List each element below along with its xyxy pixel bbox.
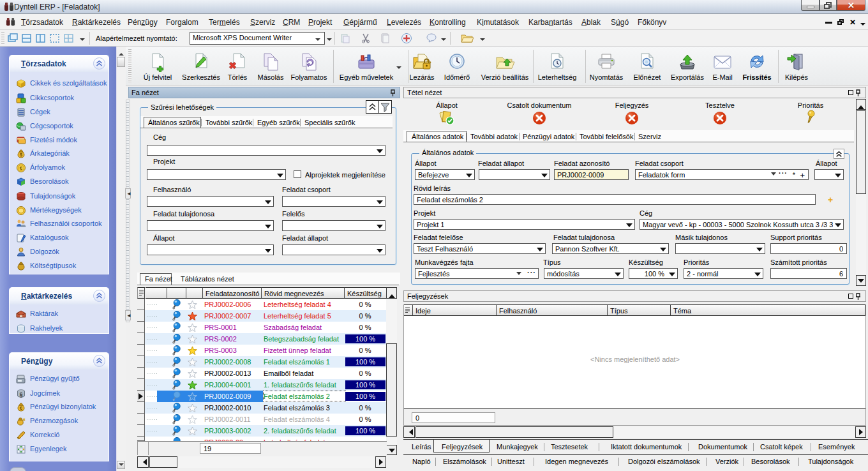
- svg-text:€: €: [20, 165, 23, 171]
- svg-text:§: §: [19, 391, 22, 398]
- svg-text:$: $: [20, 153, 22, 158]
- svg-text:€: €: [20, 406, 22, 410]
